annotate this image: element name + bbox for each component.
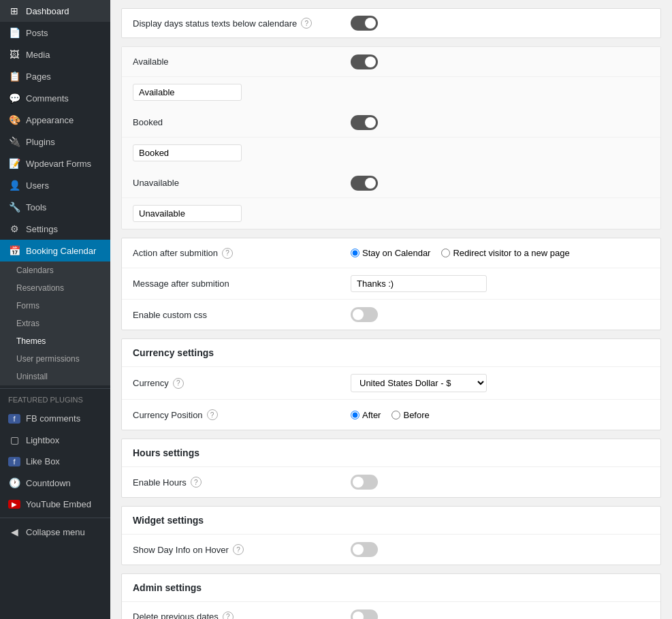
booked-slider bbox=[351, 115, 378, 130]
action-label: Action after submition ? bbox=[133, 248, 351, 259]
wpdevart-forms-icon: 📝 bbox=[8, 158, 20, 169]
currency-section: Currency settings Currency ? United Stat… bbox=[121, 338, 661, 430]
display-days-toggle[interactable] bbox=[351, 16, 378, 31]
sidebar-item-extras[interactable]: Extras bbox=[0, 315, 110, 332]
appearance-icon: 🎨 bbox=[8, 114, 20, 125]
sidebar-item-collapse[interactable]: ◀ Collapse menu bbox=[0, 521, 110, 543]
hours-help-icon[interactable]: ? bbox=[191, 477, 202, 488]
sidebar-item-posts[interactable]: 📄 Posts bbox=[0, 22, 110, 44]
booking-calendar-icon: 📅 bbox=[8, 245, 20, 256]
unavailable-input-row bbox=[122, 198, 660, 229]
countdown-icon: 🕐 bbox=[8, 477, 20, 488]
currency-section-title: Currency settings bbox=[122, 339, 660, 367]
sidebar-item-appearance[interactable]: 🎨 Appearance bbox=[0, 109, 110, 131]
action-section: Action after submition ? Stay on Calenda… bbox=[121, 238, 661, 330]
hours-row: Enable Hours ? bbox=[122, 467, 660, 497]
admin-section: Admin settings Delete previous dates ? E… bbox=[121, 573, 661, 619]
unavailable-text-input[interactable] bbox=[133, 205, 242, 222]
currency-help-icon[interactable]: ? bbox=[173, 378, 184, 389]
delete-help-icon[interactable]: ? bbox=[223, 612, 234, 620]
action-help-icon[interactable]: ? bbox=[222, 248, 233, 259]
widget-help-icon[interactable]: ? bbox=[233, 544, 244, 555]
sidebar-item-pages[interactable]: 📋 Pages bbox=[0, 65, 110, 87]
sidebar-item-like-box[interactable]: f Like Box bbox=[0, 451, 110, 472]
currency-row: Currency ? United States Dollar - $ bbox=[122, 367, 660, 400]
action-control: Stay on Calendar Redirect visitor to a n… bbox=[351, 248, 650, 258]
display-days-label: Display days status texts below calendar… bbox=[133, 18, 351, 29]
currency-before-radio[interactable] bbox=[391, 411, 400, 419]
message-control bbox=[351, 275, 650, 292]
sidebar-item-reservations[interactable]: Reservations bbox=[0, 279, 110, 297]
display-days-slider bbox=[351, 16, 378, 31]
action-redirect-label[interactable]: Redirect visitor to a new page bbox=[441, 248, 569, 258]
unavailable-toggle[interactable] bbox=[351, 176, 378, 191]
sidebar-item-themes[interactable]: Themes bbox=[0, 332, 110, 350]
action-stay-label[interactable]: Stay on Calendar bbox=[351, 248, 430, 258]
sidebar-item-comments[interactable]: 💬 Comments bbox=[0, 87, 110, 109]
sidebar-item-settings[interactable]: ⚙ Settings bbox=[0, 218, 110, 240]
booked-toggle[interactable] bbox=[351, 115, 378, 130]
unavailable-row: Unavailable bbox=[122, 168, 660, 198]
fb-icon: f bbox=[8, 414, 20, 424]
hours-section: Hours settings Enable Hours ? bbox=[121, 439, 661, 498]
sidebar-item-users[interactable]: 👤 Users bbox=[0, 174, 110, 196]
currency-control: United States Dollar - $ bbox=[351, 374, 650, 392]
unavailable-slider bbox=[351, 176, 378, 191]
sidebar-item-forms[interactable]: Forms bbox=[0, 297, 110, 315]
message-input[interactable] bbox=[351, 275, 487, 292]
sidebar-item-uninstall[interactable]: Uninstall bbox=[0, 368, 110, 385]
widget-toggle[interactable] bbox=[351, 542, 378, 557]
action-redirect-radio[interactable] bbox=[441, 249, 450, 257]
sidebar-item-tools[interactable]: 🔧 Tools bbox=[0, 196, 110, 218]
lightbox-icon: ▢ bbox=[8, 434, 20, 445]
pages-icon: 📋 bbox=[8, 71, 20, 82]
available-control bbox=[351, 54, 650, 69]
sidebar-item-youtube-embed[interactable]: ▶ YouTube Embed bbox=[0, 494, 110, 515]
youtube-icon: ▶ bbox=[8, 500, 20, 509]
sidebar-item-calendars[interactable]: Calendars bbox=[0, 261, 110, 279]
available-toggle[interactable] bbox=[351, 54, 378, 69]
sidebar-submenu: Calendars Reservations Forms Extras Them… bbox=[0, 261, 110, 385]
widget-section-title: Widget settings bbox=[122, 507, 660, 535]
posts-icon: 📄 bbox=[8, 27, 20, 38]
sidebar-item-media[interactable]: 🖼 Media bbox=[0, 44, 110, 65]
available-text-input[interactable] bbox=[133, 84, 242, 101]
currency-before-label[interactable]: Before bbox=[391, 410, 429, 420]
sidebar-item-countdown[interactable]: 🕐 Countdown bbox=[0, 472, 110, 494]
currency-after-label[interactable]: After bbox=[351, 410, 381, 420]
action-row: Action after submition ? Stay on Calenda… bbox=[122, 238, 660, 268]
sidebar-item-dashboard[interactable]: ⊞ Dashboard bbox=[0, 0, 110, 22]
dashboard-icon: ⊞ bbox=[8, 5, 20, 16]
sidebar-divider-2 bbox=[0, 518, 110, 518]
delete-control bbox=[351, 609, 650, 620]
main-content: Display days status texts below calendar… bbox=[110, 0, 672, 619]
settings-icon: ⚙ bbox=[8, 223, 20, 234]
widget-control bbox=[351, 542, 650, 557]
hours-control bbox=[351, 475, 650, 490]
currency-position-help-icon[interactable]: ? bbox=[207, 409, 218, 420]
currency-select[interactable]: United States Dollar - $ bbox=[351, 374, 487, 392]
sidebar-item-fb-comments[interactable]: f FB comments bbox=[0, 408, 110, 429]
booked-label: Booked bbox=[133, 117, 351, 127]
booked-row: Booked bbox=[122, 108, 660, 138]
action-stay-radio[interactable] bbox=[351, 249, 359, 257]
currency-after-radio[interactable] bbox=[351, 411, 359, 419]
media-icon: 🖼 bbox=[8, 49, 20, 60]
custom-css-toggle[interactable] bbox=[351, 307, 378, 322]
booked-text-input[interactable] bbox=[133, 144, 242, 161]
hours-toggle[interactable] bbox=[351, 475, 378, 490]
sidebar-item-lightbox[interactable]: ▢ Lightbox bbox=[0, 429, 110, 451]
delete-row: Delete previous dates ? bbox=[122, 602, 660, 619]
sidebar-item-booking-calendar[interactable]: 📅 Booking Calendar bbox=[0, 240, 110, 261]
delete-toggle[interactable] bbox=[351, 609, 378, 620]
sidebar-item-user-permissions[interactable]: User permissions bbox=[0, 350, 110, 368]
display-days-help-icon[interactable]: ? bbox=[301, 18, 312, 29]
currency-position-control: After Before bbox=[351, 410, 650, 420]
featured-plugins-label: Featured plugins bbox=[0, 392, 110, 408]
hours-label: Enable Hours ? bbox=[133, 477, 351, 488]
sidebar-item-plugins[interactable]: 🔌 Plugins bbox=[0, 131, 110, 153]
hours-slider bbox=[351, 475, 378, 490]
sidebar-item-wpdevart-forms[interactable]: 📝 Wpdevart Forms bbox=[0, 153, 110, 174]
currency-position-label: Currency Position ? bbox=[133, 409, 351, 420]
currency-position-row: Currency Position ? After Before bbox=[122, 400, 660, 430]
